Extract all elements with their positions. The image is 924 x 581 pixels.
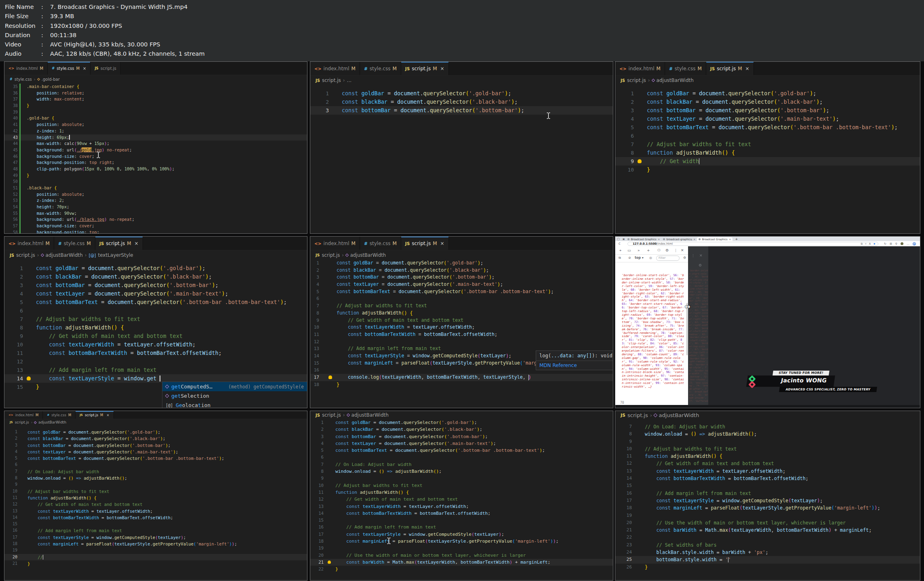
close-icon[interactable]: × bbox=[693, 238, 695, 241]
tab-script.js[interactable]: JSscript.jsM× bbox=[401, 237, 449, 250]
code-line[interactable]: 4const textLayer = document.querySelecto… bbox=[310, 440, 613, 447]
code-line[interactable]: 18 const marginLeft = parseFloat(textLay… bbox=[4, 541, 307, 547]
code-line[interactable]: 7// On Load: Adjust bar width bbox=[310, 461, 613, 468]
code-line[interactable]: 36 position: relative; bbox=[4, 90, 307, 96]
code-line[interactable]: 10// Adjust bar widths to fit text bbox=[310, 482, 613, 489]
code-line[interactable]: 13 // Add margin left from main text bbox=[4, 366, 307, 374]
code-line[interactable]: 4const textLayer = document.querySelecto… bbox=[4, 289, 307, 298]
code-line[interactable]: 35.main-bar-container { bbox=[4, 84, 307, 90]
browser-tab[interactable]: Broadcast Graphics× bbox=[697, 237, 732, 241]
breadcrumb-item[interactable]: script.js bbox=[322, 78, 341, 83]
code-line[interactable]: 9 bbox=[310, 475, 613, 482]
code-line[interactable]: 19 bbox=[615, 512, 920, 519]
url-field[interactable]: 127.0.0.1:5500/index.html⧉⌗A★ bbox=[627, 242, 878, 246]
code-line[interactable]: 3const bottomBar = document.querySelecto… bbox=[310, 433, 613, 440]
tab-index.html[interactable]: <>index.htmlM bbox=[4, 62, 48, 75]
profile-avatar[interactable] bbox=[901, 242, 903, 245]
code-line[interactable]: 11function adjustBarWidth() { bbox=[615, 453, 920, 460]
code-line[interactable]: 12 // Get width of main text and bottom … bbox=[310, 496, 613, 503]
code-line[interactable]: 15 bbox=[4, 521, 307, 527]
code-line[interactable]: 21} bbox=[4, 560, 307, 567]
code-line[interactable]: 3const bottomBar = document.querySelecto… bbox=[4, 442, 307, 449]
close-icon[interactable]: × bbox=[729, 238, 731, 241]
code-line[interactable]: 8window.onload = () => adjustBarWidth(); bbox=[310, 468, 613, 475]
url-icon[interactable]: A bbox=[869, 242, 871, 245]
code-line[interactable]: 45 background: url(./gold.jpg) no-repeat… bbox=[4, 147, 307, 153]
code-line[interactable]: 12 // Get width of main text and bottom … bbox=[615, 460, 920, 467]
close-icon[interactable]: × bbox=[745, 66, 749, 71]
breadcrumb-item[interactable]: .gold-bar bbox=[42, 77, 60, 82]
breadcrumb-item[interactable]: script.js bbox=[627, 78, 646, 83]
code-line[interactable]: 10 const textLayerWidth = textLayer.offs… bbox=[310, 324, 613, 331]
code-line[interactable]: 43 height: 69px; bbox=[4, 134, 307, 141]
breadcrumb-item[interactable]: ... bbox=[347, 78, 351, 83]
devtools-icon[interactable]: ⚙ bbox=[665, 248, 669, 252]
code-line[interactable]: 2const blackBar = document.querySelector… bbox=[310, 267, 613, 274]
breadcrumb-item[interactable]: style.css bbox=[15, 77, 32, 82]
devtools-icon[interactable]: ⚇ bbox=[657, 248, 661, 252]
action-icon[interactable]: ⊞ bbox=[890, 242, 892, 245]
code-line[interactable]: 48 clip-path: polygon(15px 0, 100% 0, 10… bbox=[4, 166, 307, 172]
new-tab-button[interactable]: + bbox=[735, 237, 738, 241]
devtools-icon[interactable]: ⌖ bbox=[619, 248, 621, 253]
eye-icon[interactable]: ◎ bbox=[649, 256, 652, 260]
code-line[interactable]: 25 bottomBar.style.width = '' bbox=[615, 556, 920, 563]
console-filter-input[interactable]: Filter bbox=[656, 256, 680, 261]
code-line[interactable]: 7// On Load: Adjust bar width bbox=[615, 423, 920, 430]
code-line[interactable]: 16 // Add margin left from main text bbox=[310, 524, 613, 531]
code-line[interactable]: 39 bbox=[4, 109, 307, 115]
code-line[interactable]: 14 const bottomBarTextWidth = bottomBarT… bbox=[310, 510, 613, 517]
code-line[interactable]: 7// On Load: Adjust bar width bbox=[4, 468, 307, 475]
code-line[interactable]: 10} bbox=[615, 166, 920, 174]
code-line[interactable]: 23 // Set widths of bars bbox=[615, 541, 920, 549]
code-line[interactable]: 13 const textLayerWidth = textLayer.offs… bbox=[310, 503, 613, 510]
code-line[interactable]: 8function adjustBarWidth() { bbox=[310, 310, 613, 317]
console-context-selector[interactable]: top ▾ bbox=[635, 256, 644, 260]
devtools-icon[interactable]: » bbox=[638, 248, 640, 252]
code-line[interactable]: 9 bbox=[615, 438, 920, 445]
code-line[interactable]: 20 // Use the width of main or bottom te… bbox=[615, 519, 920, 526]
code-line[interactable]: 47 background-position: top right; bbox=[4, 159, 307, 166]
code-line[interactable]: 1const goldBar = document.querySelector(… bbox=[310, 89, 613, 98]
reload-icon[interactable]: C bbox=[619, 242, 621, 245]
tab-index.html[interactable]: <>index.htmlM bbox=[310, 237, 360, 250]
code-line[interactable]: 8window.onload = () => adjustBarWidth(); bbox=[4, 475, 307, 481]
code-area[interactable]: 7// On Load: Adjust bar width8window.onl… bbox=[615, 423, 920, 571]
code-line[interactable]: 8function adjustBarWidth() { bbox=[4, 323, 307, 332]
code-line[interactable]: 2const blackBar = document.querySelector… bbox=[4, 435, 307, 442]
breadcrumb-item[interactable]: script.js bbox=[322, 252, 340, 258]
code-line[interactable]: 49} bbox=[4, 172, 307, 179]
code-line[interactable]: 9 // Get width bbox=[615, 157, 920, 166]
tab-style.css[interactable]: #style.cssM bbox=[360, 237, 401, 250]
code-line[interactable]: 51.black-bar { bbox=[4, 185, 307, 191]
breadcrumb-item[interactable]: script.js bbox=[15, 420, 29, 424]
code-line[interactable]: 16 // Add margin left from main text bbox=[4, 527, 307, 534]
code-area[interactable]: 1const goldBar = document.querySelector(… bbox=[4, 264, 307, 391]
code-line[interactable]: 1const goldBar = document.querySelector(… bbox=[310, 260, 613, 267]
code-line[interactable]: 14 const bottomBarTextWidth = bottomBarT… bbox=[4, 514, 307, 521]
url-icon[interactable]: ⧉ bbox=[861, 242, 863, 245]
code-line[interactable]: 6 bbox=[4, 461, 307, 468]
breadcrumb-item[interactable]: script.js bbox=[16, 252, 35, 258]
mdn-reference-link[interactable]: MDN Reference bbox=[536, 361, 613, 370]
suggest-item[interactable]: getSelection bbox=[162, 391, 307, 401]
code-line[interactable]: 6 bbox=[310, 295, 613, 302]
code-line[interactable]: 15 bbox=[310, 517, 613, 524]
code-line[interactable]: 44 max-width: calc(90vw + 15px); bbox=[4, 141, 307, 147]
code-line[interactable]: 41 position: absolute; bbox=[4, 122, 307, 128]
code-line[interactable]: 4const textLayer = document.querySelecto… bbox=[310, 281, 613, 288]
code-line[interactable]: 16 // Add margin left from main text bbox=[615, 490, 920, 497]
tab-script.js[interactable]: JSscript.jsM× bbox=[706, 62, 754, 75]
close-icon[interactable]: × bbox=[135, 241, 139, 246]
code-line[interactable]: 21 const barWidth = Math.max(textLayerWi… bbox=[615, 526, 920, 534]
code-line[interactable]: 12 // Get width of main text and bottom … bbox=[4, 501, 307, 508]
tab-script.js[interactable]: JSscript.jsM× bbox=[401, 62, 449, 75]
close-icon[interactable]: × bbox=[440, 241, 444, 246]
code-area[interactable]: 1const goldBar = document.querySelector(… bbox=[310, 419, 613, 573]
browser-tab[interactable]: broadcast-graphics/gold.jpg× bbox=[661, 237, 697, 241]
breadcrumb-item[interactable]: adjustBarWidth bbox=[350, 252, 386, 258]
code-line[interactable]: 11function adjustBarWidth() { bbox=[310, 489, 613, 496]
code-line[interactable]: 1const goldBar = document.querySelector(… bbox=[615, 89, 920, 98]
code-line[interactable]: 3const bottomBar = document.querySelecto… bbox=[310, 274, 613, 281]
tab-style.css[interactable]: #style.cssM bbox=[360, 62, 401, 75]
